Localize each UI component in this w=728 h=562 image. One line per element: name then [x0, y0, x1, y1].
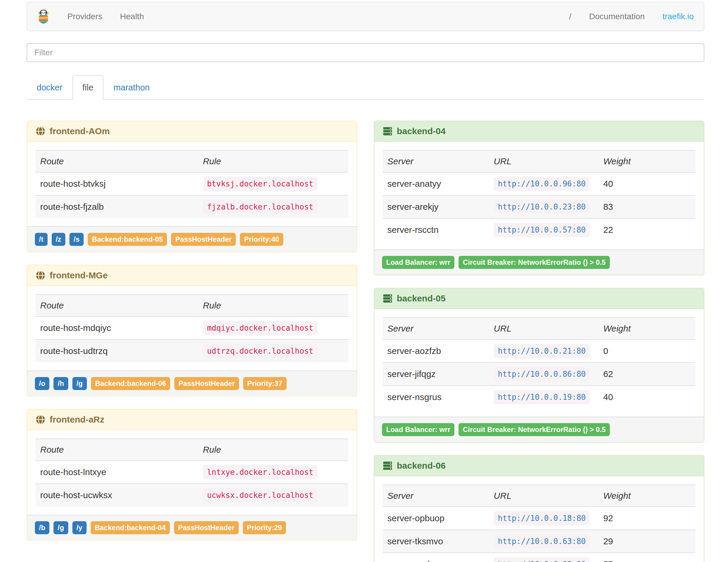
server-url-code: http://10.0.0.18:80 — [494, 511, 590, 525]
rule-code: fjzalb.docker.localhost — [203, 200, 318, 214]
frontend-card-header: frontend-AOm — [27, 121, 357, 142]
frontend-card-header: frontend-aRz — [27, 410, 357, 430]
backends-column: backend-04 Server URL Weight — [374, 121, 704, 562]
table-row: route-host-lntxye lntxye.docker.localhos… — [35, 461, 348, 484]
load-balancer-tag: Load Balancer: wrr — [382, 256, 454, 269]
route-name: route-host-lntxye — [35, 461, 198, 484]
backend-card-header: backend-04 — [374, 121, 704, 142]
rule-code: ucwksx.docker.localhost — [203, 488, 318, 502]
server-url-link[interactable]: http://10.0.0.86:80 — [494, 369, 590, 379]
rule-code: btvksj.docker.localhost — [203, 177, 318, 191]
frontend-card-header: frontend-MGe — [27, 265, 357, 286]
backend-card-footer: Load Balancer: wrr Circuit Breaker: Netw… — [374, 249, 704, 275]
server-name: server-jifqgz — [383, 363, 489, 386]
frontend-title: frontend-aRz — [50, 414, 104, 425]
nav-root-path[interactable]: / — [560, 2, 580, 31]
table-row: route-host-fjzalb fjzalb.docker.localhos… — [35, 195, 348, 218]
frontend-card-body: Route Rule route-host-lntxye lntxye.dock… — [27, 430, 357, 515]
frontend-card-footer: /b /g /y Backend:backend-04 PassHostHead… — [27, 515, 357, 540]
passhostheader-tag: PassHostHeader — [171, 233, 236, 246]
frontend-card-footer: /t /z /s Backend:backend-05 PassHostHead… — [27, 226, 357, 252]
table-row: server-updomo http://10.0.0.83:80 57 — [383, 553, 695, 562]
frontend-card-body: Route Rule route-host-btvksj btvksj.dock… — [27, 142, 357, 226]
filter-input[interactable] — [27, 43, 704, 62]
server-url-link[interactable]: http://10.0.0.23:80 — [494, 202, 590, 211]
column-header-rule: Rule — [198, 295, 348, 316]
table-row: server-opbuop http://10.0.0.18:80 92 — [383, 507, 695, 530]
backend-card-05: backend-05 Server URL Weight — [374, 288, 704, 443]
passhostheader-tag: PassHostHeader — [174, 377, 239, 390]
globe-icon — [35, 270, 45, 280]
server-url-code: http://10.0.0.23:80 — [494, 200, 590, 214]
traefik-mascot-icon — [37, 9, 50, 24]
server-url-code: http://10.0.0.57:80 — [494, 223, 590, 237]
load-balancer-tag: Load Balancer: wrr — [382, 423, 454, 436]
nav-traefik-io[interactable]: traefik.io — [654, 2, 703, 31]
server-weight: 22 — [599, 218, 695, 241]
server-url-link[interactable]: http://10.0.0.19:80 — [494, 392, 590, 402]
rule-code: mdqiyc.docker.localhost — [203, 321, 318, 335]
server-url-link[interactable]: http://10.0.0.21:80 — [494, 346, 590, 355]
server-weight: 40 — [599, 386, 695, 408]
server-name: server-nsgrus — [383, 386, 489, 408]
nav-health[interactable]: Health — [111, 2, 153, 31]
server-url-link[interactable]: http://10.0.0.57:80 — [494, 225, 590, 234]
routes-table: Route Rule route-host-lntxye lntxye.dock… — [35, 438, 348, 506]
backend-ref-tag: Backend:backend-05 — [88, 233, 167, 246]
backend-title: backend-04 — [397, 125, 446, 137]
entrypoint-tag: /h — [53, 377, 68, 390]
entrypoint-tag: /y — [72, 521, 87, 534]
server-url-link[interactable]: http://10.0.0.18:80 — [494, 513, 590, 523]
entrypoint-tag: /s — [69, 233, 84, 246]
server-weight: 40 — [599, 172, 695, 195]
provider-tabs: docker file marathon — [27, 75, 704, 100]
route-name: route-host-udtrzq — [35, 340, 198, 362]
column-header-url: URL — [489, 150, 599, 172]
server-stack-icon — [383, 126, 393, 136]
tab-docker[interactable]: docker — [27, 75, 72, 100]
traefik-mascot-logo[interactable] — [28, 2, 59, 31]
table-row: server-aozfzb http://10.0.0.21:80 0 — [383, 340, 695, 363]
circuit-breaker-tag: Circuit Breaker: NetworkErrorRatio () > … — [459, 423, 610, 436]
nav-providers[interactable]: Providers — [59, 2, 111, 31]
table-row: route-host-ucwksx ucwksx.docker.localhos… — [35, 484, 348, 506]
server-stack-icon — [383, 293, 393, 303]
server-weight: 83 — [599, 195, 695, 218]
page: Providers Health / Documentation traefik… — [0, 2, 728, 562]
frontend-card-MGe: frontend-MGe Route Rule route-host-mdqi — [27, 265, 357, 397]
frontend-card-body: Route Rule route-host-mdqiyc mdqiyc.dock… — [27, 286, 357, 371]
server-url-code: http://10.0.0.19:80 — [494, 390, 590, 404]
server-name: server-arekjy — [383, 195, 489, 218]
backend-card-body: Server URL Weight server-aozfzb http://1… — [374, 309, 704, 417]
server-url-code: http://10.0.0.83:80 — [494, 557, 590, 562]
route-name: route-host-btvksj — [35, 172, 198, 195]
table-row: server-arekjy http://10.0.0.23:80 83 — [383, 195, 695, 218]
server-url-link[interactable]: http://10.0.0.83:80 — [494, 559, 590, 562]
column-header-weight: Weight — [599, 485, 695, 507]
tab-marathon[interactable]: marathon — [103, 75, 160, 100]
server-name: server-anatyy — [383, 172, 489, 195]
nav-documentation[interactable]: Documentation — [580, 2, 654, 31]
server-weight: 0 — [599, 340, 695, 363]
column-header-url: URL — [489, 318, 599, 340]
navbar-right: / Documentation traefik.io — [560, 2, 703, 31]
table-row: server-tksmvo http://10.0.0.63:80 29 — [383, 530, 695, 553]
table-row: route-host-btvksj btvksj.docker.localhos… — [35, 172, 348, 195]
globe-icon — [35, 126, 45, 136]
rule-code: udtrzq.docker.localhost — [203, 344, 318, 358]
column-header-server: Server — [383, 150, 489, 172]
backend-title: backend-05 — [397, 293, 446, 304]
priority-tag: Priority:40 — [240, 233, 283, 246]
server-url-link[interactable]: http://10.0.0.63:80 — [494, 536, 590, 546]
server-weight: 57 — [599, 553, 695, 562]
passhostheader-tag: PassHostHeader — [174, 521, 239, 534]
entrypoint-tag: /t — [35, 233, 48, 246]
frontends-column: frontend-AOm Route Rule route-host-btvk — [27, 121, 357, 553]
frontend-card-aRz: frontend-aRz Route Rule route-host-lntx — [27, 409, 357, 541]
server-url-code: http://10.0.0.63:80 — [494, 534, 590, 548]
server-url-link[interactable]: http://10.0.0.96:80 — [494, 178, 590, 188]
routes-table: Route Rule route-host-btvksj btvksj.dock… — [35, 150, 348, 218]
server-name: server-updomo — [383, 553, 489, 562]
server-url-code: http://10.0.0.86:80 — [494, 367, 590, 381]
tab-file[interactable]: file — [72, 75, 103, 100]
